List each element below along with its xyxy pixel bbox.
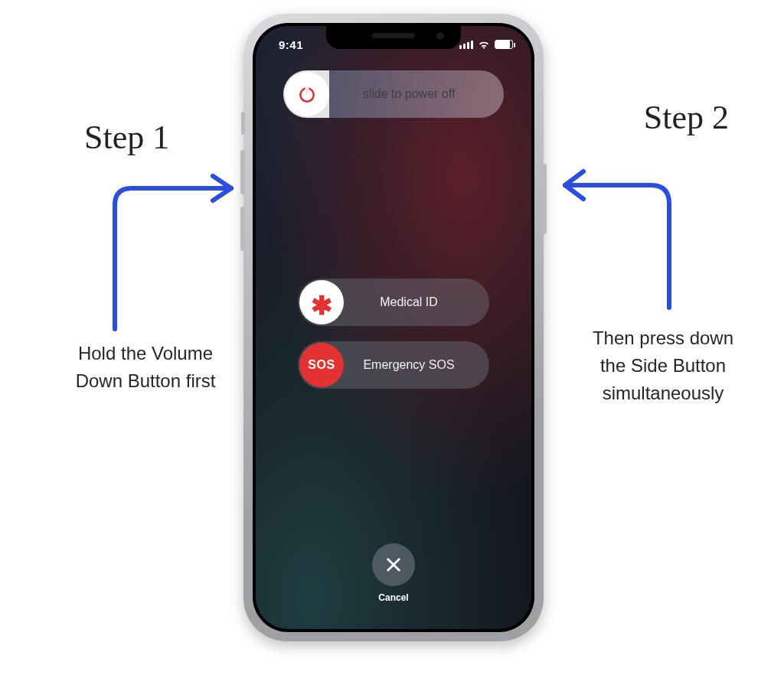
- side-button[interactable]: [542, 164, 547, 234]
- emergency-sos-slider[interactable]: SOS Emergency SOS: [298, 341, 489, 389]
- phone-bezel: 9:41 slide: [253, 23, 534, 632]
- phone-screen: 9:41 slide: [256, 26, 531, 629]
- close-icon: [385, 556, 402, 573]
- sos-icon: SOS: [299, 343, 344, 387]
- emergency-sos-label: Emergency SOS: [345, 358, 472, 372]
- medical-id-label: Medical ID: [345, 295, 472, 309]
- medical-id-slider[interactable]: ✱ Medical ID: [298, 279, 489, 326]
- volume-up-button[interactable]: [240, 150, 245, 194]
- wifi-icon: [478, 40, 490, 49]
- step2-title: Step 2: [644, 98, 729, 137]
- power-off-slider[interactable]: slide to power off: [283, 70, 504, 118]
- power-icon: [285, 72, 329, 116]
- battery-icon: [495, 40, 513, 49]
- cancel-label: Cancel: [372, 592, 415, 603]
- mute-switch[interactable]: [241, 112, 245, 135]
- svg-rect-1: [306, 86, 309, 95]
- step2-body: Then press down the Side Button simultan…: [580, 324, 746, 407]
- step2-arrow: [556, 152, 709, 312]
- step1-title: Step 1: [84, 118, 169, 157]
- cancel-button[interactable]: [372, 543, 415, 586]
- volume-down-button[interactable]: [240, 207, 245, 251]
- notch: [326, 26, 461, 49]
- cellular-signal-icon: [459, 41, 473, 49]
- diagram-stage: Step 1 Hold the Volume Down Button first…: [0, 0, 784, 678]
- medical-asterisk-icon: ✱: [299, 280, 344, 324]
- step1-body: Hold the Volume Down Button first: [69, 340, 222, 395]
- status-time: 9:41: [274, 38, 303, 51]
- cancel-group: Cancel: [372, 543, 415, 603]
- step1-arrow: [96, 170, 250, 331]
- iphone-device: 9:41 slide: [243, 14, 544, 641]
- power-off-label: slide to power off: [331, 87, 487, 101]
